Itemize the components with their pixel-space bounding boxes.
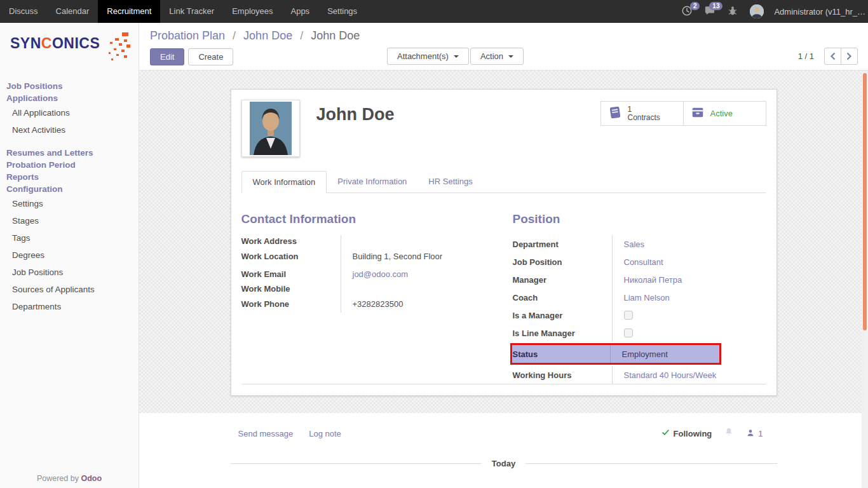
work-email-value[interactable]: jod@odoo.com (353, 269, 409, 279)
coach-value[interactable]: Liam Nelson (624, 293, 670, 302)
bell-icon[interactable] (724, 427, 734, 440)
check-icon (661, 428, 670, 438)
status-label: Status (513, 349, 610, 359)
working-hours-value[interactable]: Standard 40 Hours/Week (624, 370, 717, 380)
job-position-value[interactable]: Consultant (624, 257, 663, 267)
sidebar-item-reports[interactable]: Reports (0, 171, 139, 183)
following-button[interactable]: Following (661, 428, 712, 438)
field-row-department: DepartmentSales (513, 235, 766, 253)
topbar-menu-link-tracker[interactable]: Link Tracker (160, 0, 223, 23)
topbar-menu-settings[interactable]: Settings (318, 0, 366, 23)
employee-form-sheet: John Doe 1 Contracts (231, 89, 777, 396)
chevron-left-icon (830, 52, 836, 60)
odoo-brand-link[interactable]: Odoo (81, 474, 102, 483)
is-a-manager-checkbox[interactable] (624, 311, 633, 320)
sidebar-item-all-applications[interactable]: All Applications (0, 104, 139, 121)
sidebar-item-job-positions[interactable]: Job Positions (0, 80, 139, 92)
avatar[interactable] (750, 4, 764, 18)
control-panel-buttons: Edit Create Attachment(s) Action 1 / 1 (150, 48, 868, 65)
topbar-menu-recruitment[interactable]: Recruitment (98, 0, 160, 23)
caret-down-icon (508, 55, 513, 58)
department-value[interactable]: Sales (624, 240, 645, 249)
is-a-manager-label: Is a Manager (513, 311, 612, 320)
is-line-manager-value-cell (612, 324, 766, 342)
pager-previous-button[interactable] (824, 48, 841, 65)
is-line-manager-checkbox[interactable] (624, 329, 633, 337)
messages-button[interactable]: 13 (704, 5, 717, 18)
sidebar-item-job-positions[interactable]: Job Positions (0, 264, 139, 281)
contracts-stat-button[interactable]: 1 Contracts (600, 101, 684, 126)
sidebar-item-departments[interactable]: Departments (0, 298, 139, 315)
active-stat-button[interactable]: Active (683, 101, 766, 126)
user-menu[interactable]: Administrator (v11_hr_… (774, 7, 865, 17)
field-row-is-line-manager: Is Line Manager (513, 324, 766, 342)
breadcrumb-link-1[interactable]: John Doe (243, 29, 292, 42)
main-panel: Probation Plan / John Doe / John Doe Edi… (139, 23, 868, 488)
tab-hr-settings[interactable]: HR Settings (417, 171, 483, 193)
manager-value-cell: Николай Петра (612, 271, 766, 288)
sidebar-item-tags[interactable]: Tags (0, 229, 139, 247)
action-dropdown[interactable]: Action (470, 48, 524, 65)
sidebar-item-next-activities[interactable]: Next Activities (0, 121, 139, 139)
sidebar-menu: Job PositionsApplicationsAll Application… (0, 80, 139, 315)
employee-photo (241, 100, 300, 157)
clock-icon (681, 9, 693, 18)
pager-next-button[interactable] (841, 48, 858, 65)
department-label: Department (513, 240, 612, 249)
sidebar-dropdowns: Attachment(s) Action (387, 48, 524, 65)
sidebar-item-resumes-and-letters[interactable]: Resumes and Letters (0, 147, 139, 159)
attachments-dropdown[interactable]: Attachment(s) (387, 48, 469, 65)
tab-private-information[interactable]: Private Information (327, 171, 417, 193)
status-value: Employment (622, 349, 668, 359)
pager: 1 / 1 (798, 48, 858, 65)
work-phone-value: +3282823500 (353, 299, 403, 309)
book-icon (608, 105, 622, 121)
department-value-cell: Sales (612, 235, 766, 253)
field-row-is-a-manager: Is a Manager (513, 306, 766, 324)
sidebar-item-settings[interactable]: Settings (0, 195, 139, 212)
synconics-logo[interactable]: SYNCONICS (0, 23, 139, 80)
work-email-label: Work Email (241, 269, 341, 279)
scrollbar[interactable] (862, 71, 868, 488)
following-label: Following (674, 429, 712, 438)
topbar-menu-apps[interactable]: Apps (281, 0, 318, 23)
sidebar-item-probation-period[interactable]: Probation Period (0, 159, 139, 171)
coach-value-cell: Liam Nelson (612, 288, 766, 306)
sidebar-item-stages[interactable]: Stages (0, 212, 139, 229)
work-location-label: Work Location (241, 252, 341, 261)
topbar-menu-employees[interactable]: Employees (223, 0, 281, 23)
send-message-button[interactable]: Send message (238, 429, 294, 438)
topbar-menu-discuss[interactable]: Discuss (0, 0, 47, 23)
work-address-label: Work Address (241, 236, 341, 246)
contracts-count: 1 (628, 105, 632, 114)
chat-bubble-icon (704, 9, 715, 18)
sidebar-item-applications[interactable]: Applications (0, 92, 139, 104)
sidebar-item-configuration[interactable]: Configuration (0, 183, 139, 195)
chatter-inner: Send message Log note Following (231, 413, 777, 468)
followers-button[interactable]: 1 (746, 428, 763, 439)
breadcrumb-link-0[interactable]: Probation Plan (150, 29, 225, 42)
form-view-area: John Doe 1 Contracts (139, 71, 868, 488)
form-groups: Contact InformationWork AddressWork Loca… (241, 193, 766, 384)
field-row-manager: ManagerНиколай Петра (513, 271, 766, 288)
group-title-contact-information: Contact Information (241, 212, 495, 226)
chatter-topbar: Send message Log note Following (231, 427, 777, 440)
tab-work-information[interactable]: Work Information (241, 171, 327, 193)
sidebar-item-degrees[interactable]: Degrees (0, 247, 139, 264)
scrollbar-thumb[interactable] (863, 73, 867, 330)
work-mobile-label: Work Mobile (241, 284, 341, 294)
log-note-button[interactable]: Log note (309, 429, 341, 438)
debug-button[interactable] (727, 5, 740, 18)
field-row-work-address: Work Address (241, 235, 495, 247)
is-line-manager-label: Is Line Manager (513, 329, 612, 338)
topbar-menu-calendar[interactable]: Calendar (47, 0, 98, 23)
group-contact-information: Contact InformationWork AddressWork Loca… (241, 212, 513, 384)
message-count-badge: 13 (709, 2, 722, 10)
manager-value[interactable]: Николай Петра (624, 275, 682, 285)
create-button[interactable]: Create (188, 48, 233, 65)
edit-button[interactable]: Edit (150, 48, 184, 65)
breadcrumb: Probation Plan / John Doe / John Doe (150, 29, 868, 43)
sidebar-item-sources-of-applicants[interactable]: Sources of Applicants (0, 281, 139, 298)
activities-button[interactable]: 2 (681, 5, 694, 18)
powered-by: Powered by Odoo (0, 474, 139, 483)
